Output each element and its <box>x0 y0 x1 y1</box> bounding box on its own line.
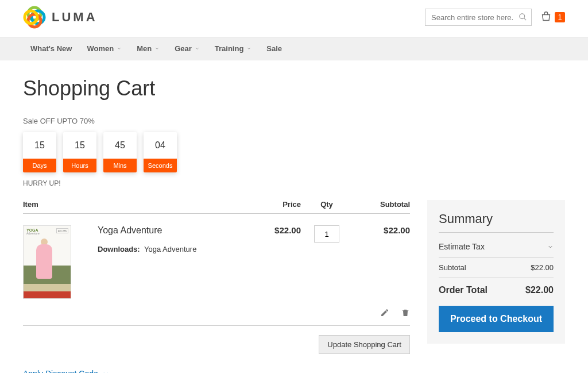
col-qty: Qty <box>301 200 353 209</box>
summary-subtotal: Subtotal $22.00 <box>439 257 554 278</box>
countdown-days: 15Days <box>23 132 56 172</box>
svg-point-4 <box>520 14 525 19</box>
item-downloads: Downloads: Yoga Adventure <box>98 245 249 253</box>
qty-input[interactable] <box>314 225 339 243</box>
cart-table-header: Item Price Qty Subtotal <box>23 200 410 214</box>
chevron-down-icon <box>195 46 200 51</box>
chevron-down-icon <box>547 244 554 250</box>
nav-item-women[interactable]: Women <box>79 37 129 60</box>
item-subtotal: $22.00 <box>353 225 410 299</box>
summary-order-total: Order Total $22.00 <box>439 278 554 306</box>
remove-item-icon[interactable] <box>401 308 410 317</box>
search-box <box>425 9 532 26</box>
chevron-down-icon <box>117 46 122 51</box>
hurry-text: HURRY UP! <box>23 179 565 187</box>
logo-mark-icon <box>23 6 46 29</box>
countdown-mins: 45Mins <box>103 132 137 172</box>
item-name[interactable]: Yoga Adventure <box>98 225 249 236</box>
countdown-seconds: 04Seconds <box>144 132 177 172</box>
cart-icon <box>540 11 552 24</box>
cart-item-row: YOGAAdventure ◆ LUMA Yoga Adventure Down… <box>23 214 410 302</box>
countdown-hours: 15Hours <box>63 132 96 172</box>
page-title: Shopping Cart <box>23 76 565 101</box>
col-item: Item <box>23 200 249 209</box>
summary-title: Summary <box>439 212 554 233</box>
col-price: Price <box>249 200 301 209</box>
item-thumbnail[interactable]: YOGAAdventure ◆ LUMA <box>23 225 98 299</box>
item-price: $22.00 <box>249 225 301 299</box>
edit-item-icon[interactable] <box>380 308 389 317</box>
logo-text: LUMA <box>52 10 98 25</box>
chevron-down-icon <box>154 46 160 51</box>
cart-count-badge: 1 <box>555 12 565 22</box>
sale-label: Sale OFF UPTO 70% <box>23 117 565 125</box>
minicart-link[interactable]: 1 <box>540 11 565 24</box>
update-cart-button[interactable]: Update Shopping Cart <box>319 335 410 354</box>
main-nav: What's NewWomenMenGearTrainingSale <box>0 37 588 60</box>
chevron-down-icon <box>103 371 109 373</box>
nav-item-sale[interactable]: Sale <box>259 37 289 60</box>
summary-panel: Summary Estimate Tax Subtotal $22.00 Ord… <box>427 200 565 344</box>
nav-item-training[interactable]: Training <box>207 37 260 60</box>
countdown-timer: 15Days15Hours45Mins04Seconds <box>23 132 565 172</box>
col-subtotal: Subtotal <box>353 200 410 209</box>
nav-item-gear[interactable]: Gear <box>167 37 207 60</box>
nav-item-what-s-new[interactable]: What's New <box>23 37 79 60</box>
search-icon[interactable] <box>519 13 527 21</box>
apply-discount-toggle[interactable]: Apply Discount Code <box>23 369 109 373</box>
store-logo[interactable]: LUMA <box>23 6 98 29</box>
estimate-tax-toggle[interactable]: Estimate Tax <box>439 236 554 257</box>
nav-item-men[interactable]: Men <box>129 37 167 60</box>
proceed-checkout-button[interactable]: Proceed to Checkout <box>439 306 554 332</box>
svg-line-5 <box>524 18 526 20</box>
search-input[interactable] <box>425 9 532 26</box>
chevron-down-icon <box>246 46 252 51</box>
